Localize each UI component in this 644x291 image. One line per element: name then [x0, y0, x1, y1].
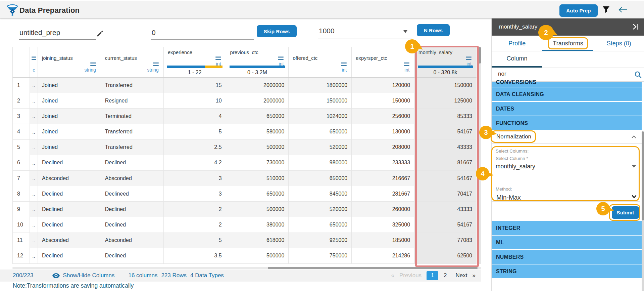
back-arrow-icon[interactable] [618, 7, 627, 13]
n-rows-button[interactable]: N Rows [417, 24, 450, 36]
table-cell: 618000 [226, 233, 289, 248]
column-menu-icon[interactable] [32, 56, 36, 60]
table-cell: 325000 [352, 217, 414, 233]
filter-icon[interactable] [602, 6, 610, 13]
table-row: 9..DeclinedDeclined250000052000026000043… [13, 202, 477, 217]
edit-pencil-icon[interactable] [96, 29, 104, 38]
prep-name-input[interactable] [19, 26, 96, 40]
group-item-dates[interactable]: DATES [492, 102, 642, 116]
skip-rows-button[interactable]: Skip Rows [257, 25, 297, 37]
group-item-integer[interactable]: INTEGER [492, 221, 642, 235]
panel-scrollbar-track[interactable] [642, 220, 644, 291]
column-menu-icon[interactable] [466, 56, 472, 60]
column-menu-icon[interactable] [90, 62, 96, 66]
panel-tab-transforms[interactable]: Transforms [543, 36, 594, 51]
group-item-data-cleansing[interactable]: DATA CLEANSING [492, 87, 642, 101]
page-2-button[interactable]: 2 [444, 272, 447, 279]
previous-arrow[interactable]: « [391, 272, 394, 279]
gear-icon [10, 9, 14, 13]
previous-button[interactable]: Previous [399, 272, 422, 279]
group-item-functions[interactable]: FUNCTIONS [492, 116, 642, 130]
group-item-label: DATA CLEANSING [496, 91, 544, 97]
table-cell: Absconded [38, 171, 101, 186]
table-cell: 925000 [289, 233, 352, 248]
table-cell: Declined [101, 248, 164, 264]
tab-column[interactable]: Column [492, 51, 542, 66]
next-button[interactable]: Next [456, 272, 467, 279]
transform-panel: monthly_salary ProfileTransformsSteps (0… [491, 18, 644, 291]
group-item-numbers[interactable]: NUMBERS [492, 250, 642, 264]
column-header-experience[interactable]: experienceint1 - 22 [164, 47, 226, 77]
column-menu-icon[interactable] [215, 56, 221, 60]
table-cell: 4 [13, 124, 30, 139]
column-menu-icon[interactable] [278, 56, 284, 60]
search-icon[interactable] [635, 71, 642, 78]
table-cell: .. [30, 217, 38, 233]
column-header-monthly_salary[interactable]: monthly_salaryint0 - 320.8k [414, 47, 477, 77]
column-header-blank-1[interactable]: e [30, 47, 38, 77]
table-cell: 3 [13, 109, 30, 124]
page-1-button[interactable]: 1 [427, 271, 438, 280]
table-cell: Declined [38, 186, 101, 202]
collapse-panel-icon[interactable] [632, 24, 639, 30]
table-cell: 1 [13, 78, 30, 93]
column-header-current_status[interactable]: current_statusstring [101, 47, 164, 77]
show-hide-columns-link[interactable]: Show/Hide Columns [63, 272, 114, 279]
table-row: 5..JoinedTransferred2.550000052000020800… [13, 140, 477, 155]
n-rows-select[interactable]: 1000 [318, 26, 412, 39]
table-cell: .. [30, 202, 38, 217]
column-menu-icon[interactable] [341, 62, 347, 66]
column-type: e [33, 67, 35, 73]
table-cell: Resigned [101, 93, 164, 109]
auto-prep-button[interactable]: Auto Prep [559, 4, 598, 17]
group-item-normalization[interactable]: Normalization [492, 130, 642, 144]
next-arrow[interactable]: » [473, 272, 476, 279]
group-item-ml[interactable]: ML [492, 236, 642, 249]
column-header-previous_ctc[interactable]: previous_ctcint0 - 3.2M [226, 47, 289, 77]
panel-scrollbar-thumb[interactable] [642, 131, 644, 220]
table-cell: 650000 [289, 217, 352, 233]
table-cell: 2 [164, 217, 226, 233]
table-cell: Declined [38, 217, 101, 233]
column-header-joining_status[interactable]: joining_statusstring [38, 47, 101, 77]
table-cell: Joined [38, 93, 101, 109]
table-row: 6..DeclinedDeclined4.2730000980000233333… [13, 155, 477, 171]
annotation-pin-3: 3 [479, 126, 493, 139]
column-header-blank-0 [13, 47, 30, 77]
group-item-label: Normalization [496, 133, 531, 140]
column-name: joining_status [42, 55, 73, 61]
table-cell: .. [30, 140, 38, 155]
table-cell: Joined [38, 140, 101, 155]
column-menu-icon[interactable] [404, 62, 409, 66]
skip-rows-input[interactable] [151, 26, 254, 40]
column-menu-icon[interactable] [153, 62, 159, 66]
table-cell: 10 [164, 93, 226, 109]
group-item-conversions[interactable]: CONVERSIONS [492, 82, 642, 87]
method-select[interactable]: Min-Max [496, 194, 521, 201]
panel-tab-steps-0[interactable]: Steps (0) [593, 36, 644, 51]
table-cell: 6 [13, 155, 30, 171]
table-cell: Declined [101, 217, 164, 233]
group-item-string[interactable]: STRING [492, 264, 642, 278]
table-cell: 9 [13, 202, 30, 217]
table-cell: 2.5 [164, 140, 226, 155]
table-cell: 256000 [352, 109, 414, 124]
eye-icon [52, 273, 60, 278]
column-header-expyrsper_ctc[interactable]: expyrsper_ctcint [352, 47, 414, 77]
table-vertical-scrollbar-track[interactable] [479, 47, 481, 264]
column-header-offered_ctc[interactable]: offered_ctcint [289, 47, 352, 77]
submit-button[interactable]: Submit [612, 206, 639, 219]
select-column-dropdown[interactable]: monthly_salary [496, 163, 535, 170]
table-cell: 10 [13, 217, 30, 233]
table-cell: Declineed [101, 186, 164, 202]
table-vertical-scrollbar-thumb[interactable] [479, 47, 481, 64]
column-name: monthly_salary [418, 49, 452, 55]
annotation-pin-4: 4 [476, 167, 489, 180]
search-input[interactable] [497, 70, 630, 78]
panel-tab-profile[interactable]: Profile [492, 36, 543, 51]
table-horizontal-scrollbar-thumb[interactable] [268, 267, 478, 269]
table-cell: Transferred [101, 140, 164, 155]
group-item-label: FUNCTIONS [496, 120, 528, 126]
normalization-form: Select Columns: Select Column * monthly_… [492, 144, 642, 224]
table-cell: 125000 [414, 93, 477, 109]
